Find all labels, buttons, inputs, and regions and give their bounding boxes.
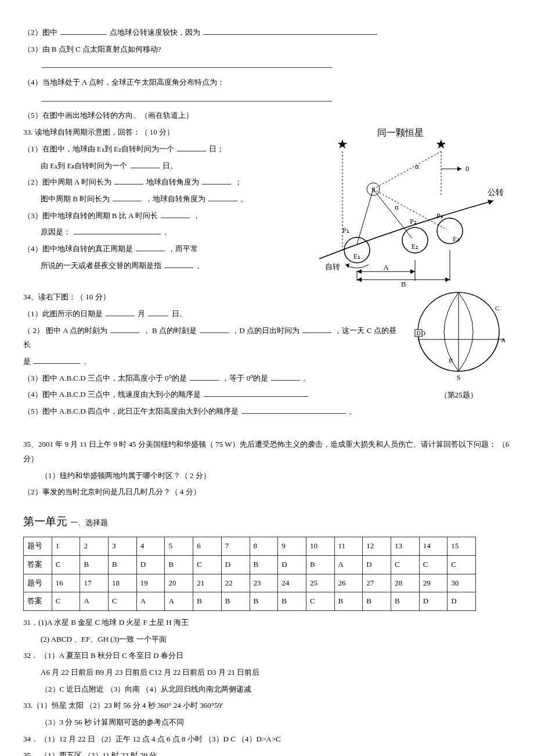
- table-cell: 13: [391, 537, 419, 556]
- blank[interactable]: [148, 308, 168, 316]
- table-cell: 9: [278, 537, 306, 556]
- blank[interactable]: [161, 210, 190, 218]
- svg-marker-5: [457, 167, 461, 171]
- text: （2）事发的当时北京时间是几日几时几分？（ 4 分）: [23, 487, 201, 496]
- text: 33. 读地球自转周期示意图，回答：（ 10 分）: [23, 128, 174, 136]
- text: （2）C 近日点附近 （3）向南 （4）从北回归线向南北两侧递减: [41, 685, 251, 693]
- q33-p4b: 所说的一天或者昼夜交替的周期是指 。: [23, 259, 279, 273]
- blank[interactable]: [271, 372, 300, 381]
- table-row: 答案CACAABBBBCBBBDD: [24, 592, 476, 611]
- blank[interactable]: [202, 176, 231, 185]
- fig-title: 同一颗恒星: [377, 128, 424, 138]
- ans-31-1: 31．(1)A 水星 B 金星 C 地球 D 火星 F 土星 H 海王: [23, 616, 511, 630]
- blank[interactable]: [203, 27, 377, 35]
- text: 。: [303, 374, 311, 382]
- table-cell: B: [165, 555, 193, 574]
- text: （4）当地球处于 A 点时，全球正午太阳高度角分布特点为：: [23, 78, 225, 86]
- blank[interactable]: [136, 243, 165, 251]
- text: （1）纽约和华盛顿两地均属于哪个时区？（ 2 分）: [41, 471, 211, 480]
- q34-figure: A B C D S D （第25题）: [406, 284, 511, 402]
- blank[interactable]: [110, 325, 139, 333]
- table-cell: C: [193, 555, 222, 574]
- table-cell: B: [193, 592, 222, 611]
- label-C: C: [495, 305, 499, 312]
- label-A: A: [383, 263, 389, 272]
- answers-heading: 第一单元 一、选择题: [23, 511, 511, 532]
- label-A: A: [501, 337, 506, 343]
- text: 由 E₁到 E₃自转时间为一个: [41, 161, 127, 170]
- table-cell: 25: [306, 574, 334, 592]
- text: 35． （1）西五区 （2）11 时 22 时 29 分: [23, 751, 157, 756]
- blank[interactable]: [60, 27, 107, 35]
- q33-p3a: （3）图中地球自转的周期 B 比 A 时间长 ，: [23, 209, 279, 223]
- q33-p3b: 原因是： 。: [23, 225, 279, 240]
- label-B: B: [401, 280, 406, 288]
- blank[interactable]: [190, 372, 219, 381]
- blank[interactable]: [42, 60, 332, 68]
- text: （2）图中周期 A 时间长为: [23, 178, 111, 186]
- blank[interactable]: [74, 226, 161, 234]
- fig-caption: （第25题）: [406, 388, 511, 403]
- table-cell: C: [448, 555, 476, 574]
- text: （5）图中 A.B.C.D 四点中，此日正午太阳高度由大到小的顺序是: [23, 407, 239, 415]
- q32-p4-blank: [23, 92, 511, 107]
- blank[interactable]: [34, 356, 80, 364]
- text: ，: [193, 211, 200, 220]
- q35-p2: （2）事发的当时北京时间是几日几时几分？（ 4 分）: [23, 485, 511, 500]
- blank[interactable]: [42, 93, 332, 102]
- star-icon: ★: [337, 137, 348, 151]
- table-cell: 26: [334, 574, 363, 592]
- table-cell: 19: [136, 574, 165, 592]
- blank[interactable]: [113, 193, 142, 201]
- table-cell: 7: [221, 537, 250, 556]
- table-cell: 2: [80, 537, 109, 556]
- q32-p5: （5）在图中画出地球公转的方向。（画在轨道上）: [23, 108, 511, 123]
- label-0: 0: [466, 164, 470, 173]
- ans-33: 33.（1）恒星 太阳 （2）23 时 56 分 4 秒 360° 24 小时 …: [23, 699, 511, 713]
- blank[interactable]: [177, 143, 206, 151]
- q32-p2: （2）图中 点地球公转速度较快，因为: [23, 26, 511, 40]
- table-cell: B: [334, 592, 363, 611]
- q33-p2b: 图中周期 B 时间长为 ，地球自转角度为 。: [23, 192, 279, 207]
- table-cell: B: [80, 555, 109, 574]
- table-cell: C: [391, 555, 419, 574]
- table-cell: 答案: [24, 555, 52, 574]
- blank[interactable]: [204, 389, 308, 397]
- text: ，而平常: [168, 244, 198, 253]
- table-cell: D: [419, 592, 448, 611]
- blank[interactable]: [208, 193, 237, 201]
- text: ，D 点的日出时间为: [232, 326, 300, 335]
- table-row: 答案CBBDBCDBDBADCCC: [24, 555, 476, 574]
- blank[interactable]: [106, 308, 135, 316]
- table-cell: 22: [221, 574, 250, 592]
- table-cell: 18: [109, 574, 137, 592]
- blank[interactable]: [164, 260, 193, 268]
- table-cell: C: [306, 592, 334, 611]
- blank[interactable]: [131, 160, 160, 168]
- text: 点地球公转速度较快，因为: [110, 28, 200, 37]
- blank[interactable]: [302, 325, 331, 333]
- q33-p2a: （2）图中周期 A 时间长为 地球自转角度为 ；: [23, 175, 279, 190]
- blank[interactable]: [241, 406, 346, 414]
- label-gongzhuan: 公转: [488, 188, 504, 197]
- table-cell: A: [136, 592, 165, 611]
- table-cell: B: [109, 555, 137, 574]
- label-E2: E₂: [412, 243, 418, 251]
- ans-31-2: (2) ABCD 、EF、GH (3)一致 一个平面: [23, 632, 511, 647]
- text: 。: [84, 357, 91, 366]
- svg-marker-9: [488, 200, 493, 205]
- table-cell: C: [52, 555, 80, 574]
- table-cell: B: [250, 555, 278, 574]
- blank[interactable]: [200, 325, 229, 333]
- text: 。: [197, 261, 204, 270]
- text: A6 月 22 日前后 B9 月 23 日前后 C12 月 22 日前后 D3 …: [41, 668, 259, 677]
- text: （2）图中: [23, 28, 57, 37]
- table-cell: B: [250, 592, 278, 611]
- text: 日。: [172, 309, 187, 318]
- text: （3）图中 A.B.C.D 三点中，太阳高度小于 0⁰的是: [23, 374, 187, 382]
- text: (2) ABCD 、EF、GH (3)一致 一个平面: [41, 635, 167, 643]
- table-cell: 4: [136, 537, 165, 556]
- blank[interactable]: [114, 176, 143, 185]
- table-cell: 12: [363, 537, 391, 556]
- table-cell: 10: [306, 537, 334, 556]
